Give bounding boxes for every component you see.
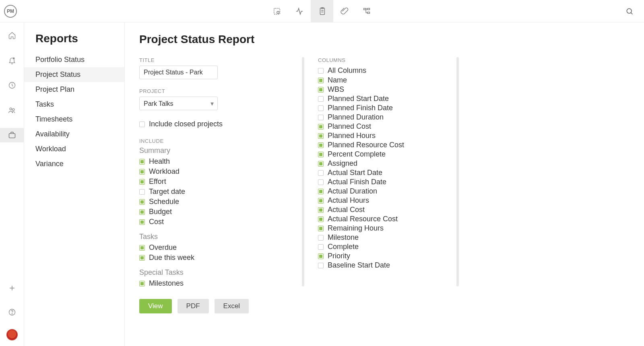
checkbox-icon — [318, 105, 324, 111]
title-input[interactable] — [139, 66, 218, 79]
checkbox-icon — [318, 87, 324, 93]
checkbox-label: Schedule — [149, 198, 179, 206]
checkbox-cost[interactable]: Cost — [139, 217, 300, 227]
checkbox-actual-start-date[interactable]: Actual Start Date — [318, 168, 455, 177]
checkbox-planned-start-date[interactable]: Planned Start Date — [318, 94, 455, 103]
checkbox-label: Remaining Hours — [328, 224, 384, 233]
nav-add-icon[interactable] — [0, 281, 24, 295]
checkbox-budget[interactable]: Budget — [139, 207, 300, 217]
sidebar-item-project-status[interactable]: Project Status — [24, 67, 124, 82]
checkbox-actual-finish-date[interactable]: Actual Finish Date — [318, 177, 455, 187]
view-hierarchy-icon[interactable] — [356, 0, 378, 23]
app-logo: PM — [4, 5, 17, 18]
checkbox-actual-resource-cost[interactable]: Actual Resource Cost — [318, 214, 455, 224]
checkbox-complete[interactable]: Complete — [318, 242, 455, 251]
checkbox-icon — [318, 96, 324, 102]
sidebar-title: Reports — [24, 32, 124, 52]
svg-rect-4 — [364, 8, 366, 10]
nav-home-icon[interactable] — [0, 28, 24, 43]
checkbox-workload[interactable]: Workload — [139, 167, 300, 177]
special-heading: Special Tasks — [139, 268, 300, 277]
columns-section-label: COLUMNS — [318, 57, 455, 63]
user-avatar[interactable] — [6, 329, 18, 340]
checkbox-label: Baseline Start Date — [328, 261, 390, 270]
view-overview-icon[interactable] — [266, 0, 288, 23]
excel-button[interactable]: Excel — [215, 299, 249, 313]
checkbox-icon — [318, 152, 324, 157]
checkbox-label: Percent Complete — [328, 150, 386, 159]
checkbox-label: Due this week — [149, 253, 194, 262]
checkbox-milestones[interactable]: Milestones — [139, 278, 300, 288]
checkbox-actual-hours[interactable]: Actual Hours — [318, 196, 455, 205]
sidebar-item-portfolio-status[interactable]: Portfolio Status — [24, 52, 124, 67]
nav-people-icon[interactable] — [0, 103, 24, 117]
sidebar-item-availability[interactable]: Availability — [24, 127, 124, 142]
checkbox-icon — [318, 189, 324, 194]
checkbox-assigned[interactable]: Assigned — [318, 159, 455, 168]
checkbox-planned-finish-date[interactable]: Planned Finish Date — [318, 103, 455, 113]
checkbox-label: Planned Cost — [328, 122, 371, 131]
checkbox-milestone[interactable]: Milestone — [318, 233, 455, 242]
svg-rect-12 — [9, 134, 15, 138]
checkbox-icon — [318, 235, 324, 241]
nav-help-icon[interactable] — [0, 305, 24, 319]
checkbox-target-date[interactable]: Target date — [139, 187, 300, 197]
checkbox-label: Planned Hours — [328, 132, 376, 140]
checkbox-planned-cost[interactable]: Planned Cost — [318, 122, 455, 131]
checkbox-label: Name — [328, 76, 347, 84]
checkbox-icon — [139, 179, 145, 185]
checkbox-schedule[interactable]: Schedule — [139, 197, 300, 207]
scrollbar[interactable] — [456, 57, 459, 286]
checkbox-label: Planned Start Date — [328, 95, 389, 103]
checkbox-icon — [139, 255, 145, 261]
search-icon[interactable] — [621, 3, 638, 19]
nav-portfolio-icon[interactable] — [0, 128, 24, 142]
checkbox-icon — [139, 209, 145, 215]
checkbox-actual-cost[interactable]: Actual Cost — [318, 205, 455, 214]
view-attachments-icon[interactable] — [333, 0, 356, 23]
svg-point-14 — [12, 314, 12, 314]
checkbox-label: Priority — [328, 252, 350, 260]
scrollbar[interactable] — [302, 57, 304, 286]
all-columns-checkbox[interactable]: All Columns — [318, 66, 455, 76]
checkbox-due-this-week[interactable]: Due this week — [139, 253, 300, 263]
sidebar-item-variance[interactable]: Variance — [24, 157, 124, 171]
nav-notifications-icon[interactable] — [0, 53, 24, 68]
checkbox-icon — [318, 142, 324, 148]
title-field-label: TITLE — [139, 57, 300, 63]
checkbox-priority[interactable]: Priority — [318, 251, 455, 261]
tasks-heading: Tasks — [139, 233, 300, 241]
sidebar-item-tasks[interactable]: Tasks — [24, 97, 124, 112]
sidebar-item-workload[interactable]: Workload — [24, 142, 124, 157]
checkbox-health[interactable]: Health — [139, 157, 300, 167]
checkbox-planned-resource-cost[interactable]: Planned Resource Cost — [318, 140, 455, 150]
include-section-label: INCLUDE — [139, 138, 300, 144]
view-reports-icon[interactable] — [311, 0, 333, 23]
sidebar-item-project-plan[interactable]: Project Plan — [24, 82, 124, 97]
checkbox-label: Assigned — [328, 159, 357, 168]
pdf-button[interactable]: PDF — [178, 299, 209, 313]
checkbox-name[interactable]: Name — [318, 76, 455, 85]
checkbox-effort[interactable]: Effort — [139, 177, 300, 187]
sidebar-item-timesheets[interactable]: Timesheets — [24, 112, 124, 127]
view-activity-icon[interactable] — [288, 0, 311, 23]
include-closed-checkbox[interactable]: Include closed projects — [139, 119, 300, 129]
checkbox-wbs[interactable]: WBS — [318, 85, 455, 94]
view-button[interactable]: View — [139, 299, 172, 313]
checkbox-icon — [318, 263, 324, 268]
project-select[interactable]: Park Talks — [139, 97, 218, 110]
summary-heading: Summary — [139, 146, 300, 155]
checkbox-label: Workload — [149, 167, 180, 176]
nav-recent-icon[interactable] — [0, 78, 24, 93]
checkbox-icon — [318, 161, 324, 167]
checkbox-actual-duration[interactable]: Actual Duration — [318, 187, 455, 196]
checkbox-percent-complete[interactable]: Percent Complete — [318, 150, 455, 159]
checkbox-planned-duration[interactable]: Planned Duration — [318, 113, 455, 122]
checkbox-overdue[interactable]: Overdue — [139, 243, 300, 253]
checkbox-baseline-start-date[interactable]: Baseline Start Date — [318, 261, 455, 270]
checkbox-remaining-hours[interactable]: Remaining Hours — [318, 224, 455, 233]
checkbox-label: Planned Resource Cost — [328, 141, 404, 149]
checkbox-planned-hours[interactable]: Planned Hours — [318, 131, 455, 140]
checkbox-label: Target date — [149, 187, 185, 196]
checkbox-icon — [139, 169, 145, 175]
